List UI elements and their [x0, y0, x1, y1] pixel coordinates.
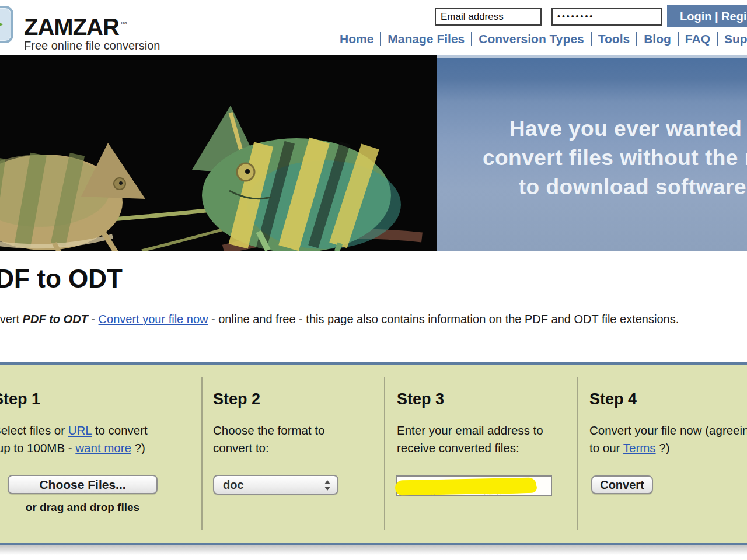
step1-description: Select files or URL to convert (up to 10…: [0, 422, 203, 457]
want-more-link[interactable]: want more: [75, 441, 131, 454]
step3-description: Enter your email address to receive conv…: [397, 422, 581, 457]
email-login-input[interactable]: Email address: [435, 8, 542, 26]
logo-tagline: Free online file conversion: [24, 39, 160, 52]
step1-text: ?): [131, 441, 145, 454]
format-select-value: doc: [223, 478, 244, 491]
lead-rest: - online and free - this page also conta…: [208, 313, 679, 326]
intro-lead: Convert PDF to ODT - Convert your file n…: [0, 313, 679, 326]
step1-text: (up to 100MB -: [0, 441, 75, 454]
step1-text: to convert: [92, 424, 148, 437]
step2-text: Choose the format to: [213, 424, 324, 437]
step4-title: Step 4: [589, 390, 747, 408]
nav-item-manage-files[interactable]: Manage Files: [381, 32, 471, 46]
terms-link[interactable]: Terms: [623, 441, 656, 454]
lead-pre: Convert: [0, 313, 23, 326]
step3-text: receive converted files:: [397, 441, 519, 454]
nav-item-conversion-types[interactable]: Conversion Types: [472, 32, 591, 46]
hero-line-3: to download software?: [437, 173, 747, 202]
panel-shadow: [0, 545, 747, 555]
nav-item-faq[interactable]: FAQ: [679, 32, 717, 46]
redaction-highlight: [484, 482, 537, 494]
step1-text: Select files or: [0, 424, 68, 437]
hero-line-1: Have you ever wanted to: [437, 114, 747, 144]
login-register-button[interactable]: Login | Register: [667, 5, 747, 27]
chameleon-photo: [0, 55, 437, 251]
step-divider: [384, 377, 385, 530]
url-link[interactable]: URL: [68, 424, 92, 437]
convert-your-file-now-link[interactable]: Convert your file now: [99, 313, 208, 326]
step4-text: ?): [656, 441, 670, 454]
page-title: PDF to ODT: [0, 264, 123, 293]
logo-title-text: ZAMZAR: [24, 14, 119, 40]
step4-text: Convert your file now (agreeing: [589, 424, 747, 437]
choose-files-button[interactable]: Choose Files...: [8, 475, 158, 494]
zamzar-page: ZAMZAR™ Free online file conversion Emai…: [0, 0, 747, 560]
hero-headline: Have you ever wanted to convert files wi…: [437, 114, 747, 202]
nav-item-blog[interactable]: Blog: [637, 32, 678, 46]
hero-banner: Have you ever wanted to convert files wi…: [0, 55, 747, 251]
browser-viewport: ZAMZAR™ Free online file conversion Emai…: [0, 0, 747, 560]
lead-sep: -: [88, 313, 99, 326]
step3-text: Enter your email address to: [397, 424, 543, 437]
zamzar-arrow-icon: [0, 6, 13, 43]
lead-bold: PDF to ODT: [23, 313, 88, 326]
email-descender-mark: [497, 492, 501, 496]
email-descender-mark: [431, 492, 435, 496]
logo-trademark: ™: [120, 20, 128, 29]
step2-description: Choose the format to convert to:: [213, 422, 376, 457]
step2-text: convert to:: [213, 441, 269, 454]
main-nav: Home Manage Files Conversion Types Tools…: [333, 32, 747, 46]
step1-title: Step 1: [0, 390, 203, 408]
drag-drop-note: or drag and drop files: [8, 501, 158, 514]
password-input[interactable]: ••••••••: [551, 8, 662, 26]
nav-item-tools[interactable]: Tools: [592, 32, 636, 46]
nav-item-support[interactable]: Support: [718, 32, 747, 46]
select-stepper-icon: [324, 480, 330, 491]
site-header: ZAMZAR™ Free online file conversion Emai…: [0, 0, 747, 55]
zamzar-logo[interactable]: ZAMZAR™ Free online file conversion: [0, 6, 220, 51]
hero-line-2: convert files without the need: [437, 144, 747, 173]
nav-item-home[interactable]: Home: [333, 32, 380, 46]
email-descender-mark: [484, 492, 488, 496]
converted-files-email-input[interactable]: [396, 475, 552, 496]
convert-button[interactable]: Convert: [591, 475, 653, 494]
step3-title: Step 3: [397, 390, 581, 408]
format-select[interactable]: doc: [213, 475, 338, 495]
step4-description: Convert your file now (agreeing to our T…: [589, 422, 747, 457]
conversion-steps-panel: Step 1 Select files or URL to convert (u…: [0, 362, 747, 545]
logo-title: ZAMZAR™: [24, 12, 128, 40]
step4-text: to our: [589, 441, 623, 454]
hero-ad-panel: Have you ever wanted to convert files wi…: [437, 55, 747, 251]
step2-title: Step 2: [213, 390, 376, 408]
chameleon-illustration: [0, 55, 437, 251]
